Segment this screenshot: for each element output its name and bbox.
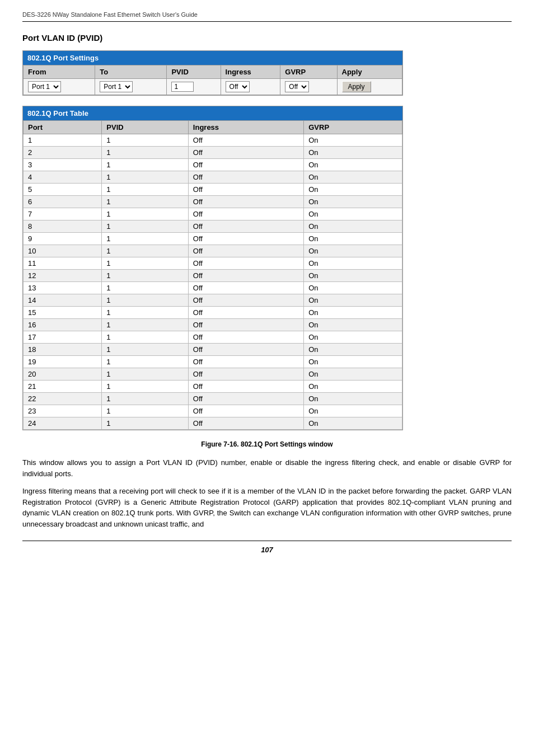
gvrp-select[interactable]: Off On [285,81,309,92]
cell-pvid: 1 [102,233,189,245]
cell-gvrp: On [304,159,402,171]
cell-port: 14 [24,294,102,307]
cell-gvrp: On [304,208,402,220]
cell-gvrp: On [304,381,402,393]
cell-port: 23 [24,405,102,417]
col-apply: Apply [337,65,402,79]
cell-port: 1 [24,134,102,147]
table-row: 81OffOn [24,220,402,233]
port-col-pvid: PVID [102,121,189,134]
cell-gvrp: On [304,245,402,257]
cell-ingress: Off [188,196,303,208]
cell-pvid: 1 [102,405,189,417]
table-row: 191OffOn [24,356,402,368]
cell-pvid: 1 [102,344,189,356]
cell-gvrp: On [304,319,402,331]
table-row: 101OffOn [24,245,402,257]
from-select[interactable]: Port 1 Port 2 Port 3 Port 4 [28,81,61,92]
table-row: 41OffOn [24,171,402,184]
cell-pvid: 1 [102,134,189,147]
cell-pvid: 1 [102,196,189,208]
cell-port: 11 [24,257,102,270]
cell-pvid: 1 [102,381,189,393]
top-bar: DES-3226 NWay Standalone Fast Ethernet S… [22,11,512,22]
to-cell: Port 1 Port 2 Port 3 Port 4 [95,79,167,95]
body-text-2: Ingress filtering means that a receiving… [22,486,512,529]
cell-gvrp: On [304,184,402,196]
cell-ingress: Off [188,220,303,233]
cell-pvid: 1 [102,368,189,381]
col-gvrp: GVRP [280,65,337,79]
cell-gvrp: On [304,196,402,208]
cell-ingress: Off [188,270,303,282]
port-col-port: Port [24,121,102,134]
apply-button[interactable]: Apply [342,81,371,92]
cell-pvid: 1 [102,282,189,294]
cell-port: 21 [24,381,102,393]
cell-ingress: Off [188,233,303,245]
port-table: Port PVID Ingress GVRP 11OffOn21OffOn31O… [23,120,402,430]
from-cell: Port 1 Port 2 Port 3 Port 4 [24,79,95,95]
port-table-panel: 802.1Q Port Table Port PVID Ingress GVRP… [22,106,403,430]
cell-ingress: Off [188,159,303,171]
gvrp-cell: Off On [280,79,337,95]
table-row: 11OffOn [24,134,402,147]
table-row: 201OffOn [24,368,402,381]
cell-pvid: 1 [102,294,189,307]
table-row: 171OffOn [24,331,402,344]
cell-gvrp: On [304,282,402,294]
cell-ingress: Off [188,405,303,417]
cell-pvid: 1 [102,331,189,344]
cell-port: 16 [24,319,102,331]
cell-ingress: Off [188,344,303,356]
cell-pvid: 1 [102,184,189,196]
to-select[interactable]: Port 1 Port 2 Port 3 Port 4 [100,81,133,92]
cell-pvid: 1 [102,147,189,159]
cell-port: 6 [24,196,102,208]
cell-pvid: 1 [102,220,189,233]
cell-gvrp: On [304,344,402,356]
cell-port: 9 [24,233,102,245]
section-title: Port VLAN ID (PVID) [22,33,512,43]
ingress-select[interactable]: Off On [226,81,250,92]
cell-pvid: 1 [102,307,189,319]
apply-cell: Apply [337,79,402,95]
table-row: 121OffOn [24,270,402,282]
cell-ingress: Off [188,257,303,270]
table-row: 71OffOn [24,208,402,220]
table-row: 221OffOn [24,393,402,405]
cell-gvrp: On [304,356,402,368]
cell-port: 15 [24,307,102,319]
col-ingress: Ingress [221,65,280,79]
cell-pvid: 1 [102,356,189,368]
cell-gvrp: On [304,307,402,319]
cell-gvrp: On [304,134,402,147]
table-row: 131OffOn [24,282,402,294]
cell-ingress: Off [188,294,303,307]
cell-pvid: 1 [102,208,189,220]
cell-gvrp: On [304,368,402,381]
cell-gvrp: On [304,331,402,344]
pvid-cell [167,79,221,95]
cell-port: 3 [24,159,102,171]
cell-port: 20 [24,368,102,381]
table-row: 181OffOn [24,344,402,356]
cell-pvid: 1 [102,417,189,430]
cell-gvrp: On [304,294,402,307]
cell-port: 5 [24,184,102,196]
cell-port: 2 [24,147,102,159]
cell-ingress: Off [188,307,303,319]
cell-ingress: Off [188,356,303,368]
port-col-ingress: Ingress [188,121,303,134]
cell-port: 18 [24,344,102,356]
cell-gvrp: On [304,405,402,417]
cell-ingress: Off [188,147,303,159]
pvid-input[interactable] [171,82,194,92]
cell-ingress: Off [188,245,303,257]
table-row: 31OffOn [24,159,402,171]
table-row: 111OffOn [24,257,402,270]
cell-port: 4 [24,171,102,184]
page-number: 107 [22,541,512,554]
cell-port: 10 [24,245,102,257]
cell-port: 7 [24,208,102,220]
